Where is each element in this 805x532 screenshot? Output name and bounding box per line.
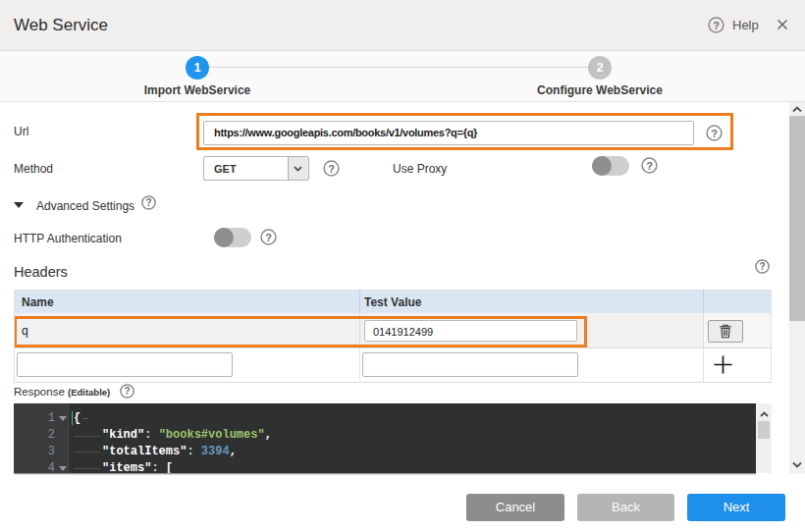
svg-text:?: ? <box>145 197 151 208</box>
svg-text:?: ? <box>713 20 720 31</box>
svg-text:?: ? <box>328 163 335 175</box>
svg-text:?: ? <box>265 232 272 243</box>
svg-text:?: ? <box>759 261 765 272</box>
svg-text:?: ? <box>646 160 653 172</box>
svg-text:?: ? <box>711 128 718 139</box>
svg-text:?: ? <box>124 386 130 397</box>
